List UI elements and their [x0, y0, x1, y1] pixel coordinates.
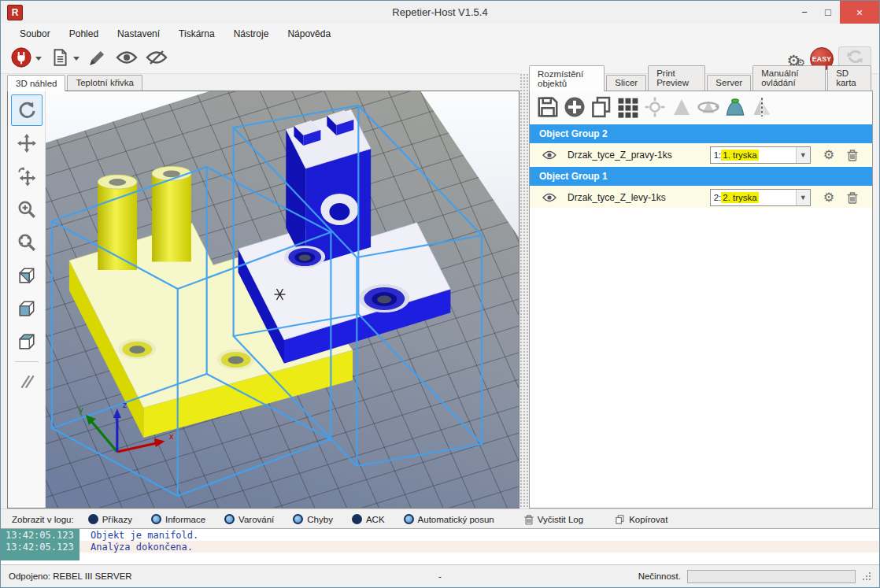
show-filament-button[interactable]	[114, 48, 139, 69]
rotate-view-button[interactable]	[11, 94, 43, 126]
clear-log-button[interactable]: Vyčistit Log	[524, 514, 583, 525]
toggle-dot-icon[interactable]	[224, 514, 235, 524]
app-window: R Repetier-Host V1.5.4 − □ × Soubor Pohl…	[0, 0, 880, 588]
zoom-in-button[interactable]	[11, 194, 43, 225]
maximize-button[interactable]: □	[816, 1, 840, 24]
menu-pohled[interactable]: Pohled	[60, 25, 108, 43]
left-pane: 3D náhled Teplotní křivka	[7, 73, 519, 508]
tab-3d-preview[interactable]: 3D náhled	[7, 75, 65, 91]
delete-object-trash-icon[interactable]	[847, 191, 858, 204]
toggle-dot-icon[interactable]	[293, 514, 303, 524]
trash-icon	[524, 514, 534, 525]
close-button[interactable]: ×	[840, 1, 879, 24]
menu-nastroje[interactable]: Nástroje	[224, 25, 279, 43]
log-entry-partial	[1, 553, 879, 560]
menu-nastaveni[interactable]: Nastavení	[108, 25, 169, 43]
toggle-dot-icon[interactable]	[151, 514, 161, 524]
object-row[interactable]: Drzak_tyce_Z_levy-1ks 2:2. tryska ▼ ⚙	[530, 187, 872, 208]
extruder-prefix: 2:	[714, 193, 722, 202]
isometric-view-button[interactable]	[11, 260, 43, 291]
add-object-button[interactable]	[561, 94, 588, 120]
save-object-button[interactable]	[534, 94, 561, 120]
copy-log-button[interactable]: Kopírovat	[615, 514, 667, 525]
plug-icon	[10, 46, 32, 71]
filter-autoscroll[interactable]: Automatický posun	[404, 514, 494, 524]
lay-flat-button[interactable]	[722, 94, 749, 120]
tab-temperature-curve[interactable]: Teplotní křivka	[67, 75, 142, 91]
main-toolbar: ⚙⚙ EASY	[1, 44, 879, 74]
rotate-object-button[interactable]	[695, 94, 722, 120]
extruder-select[interactable]: 2:2. tryska ▼	[710, 189, 811, 206]
connect-button[interactable]	[9, 45, 43, 72]
main-content: 3D náhled Teplotní křivka	[1, 73, 879, 508]
load-button[interactable]	[48, 46, 81, 72]
hide-travel-button[interactable]	[144, 48, 169, 69]
pencil-icon	[87, 47, 108, 70]
filter-ack[interactable]: ACK	[352, 514, 385, 524]
object-group-header[interactable]: Object Group 1	[530, 167, 872, 186]
log-entry: 13:42:05.123 Analýza dokončena.	[1, 541, 879, 553]
delete-object-trash-icon[interactable]	[847, 149, 858, 161]
zoom-fit-button[interactable]	[11, 227, 43, 258]
object-name: Drzak_tyce_Z_levy-1ks	[568, 192, 666, 203]
mirror-object-button[interactable]	[749, 94, 775, 120]
resize-grip[interactable]	[862, 571, 871, 581]
chevron-down-icon[interactable]: ▼	[796, 190, 810, 205]
menu-soubor[interactable]: Soubor	[10, 25, 60, 43]
parallel-projection-button[interactable]	[11, 366, 43, 398]
scale-object-button[interactable]	[668, 94, 695, 120]
load-dropdown-caret[interactable]	[73, 57, 79, 61]
copy-icon	[615, 514, 625, 525]
status-bar: - Odpojeno: REBEL III SERVER Nečinnost.	[1, 564, 879, 587]
top-view-button[interactable]	[11, 326, 43, 357]
move-object-button[interactable]	[11, 161, 43, 192]
visibility-eye-icon[interactable]	[542, 193, 556, 202]
object-group-header[interactable]: Object Group 2	[530, 124, 872, 143]
progress-bar	[687, 570, 856, 583]
activity-status: Nečinnost.	[638, 571, 681, 581]
scene-canvas: x y z	[46, 91, 519, 508]
minimize-button[interactable]: −	[793, 1, 816, 24]
chevron-down-icon[interactable]: ▼	[796, 147, 810, 163]
extruder-value: 2. tryska	[721, 192, 758, 203]
viewport-3d[interactable]: x y z	[46, 91, 519, 508]
toggle-dot-icon[interactable]	[352, 514, 362, 524]
toggle-dot-icon[interactable]	[404, 514, 414, 524]
autoposition-button[interactable]	[615, 94, 642, 120]
center-object-button[interactable]	[642, 94, 668, 120]
pan-view-button[interactable]	[11, 128, 43, 159]
tab-manual-control[interactable]: Manuální ovládání	[752, 65, 826, 91]
edit-object-button[interactable]	[86, 46, 109, 72]
menu-tiskarna[interactable]: Tiskárna	[169, 25, 224, 43]
object-row[interactable]: Drzak_tyce_Z_pravy-1ks 1:1. tryska ▼ ⚙	[530, 144, 872, 165]
connect-dropdown-caret[interactable]	[35, 57, 42, 61]
filter-warnings[interactable]: Varování	[224, 514, 274, 524]
object-settings-gear-icon[interactable]: ⚙	[823, 149, 834, 161]
tab-server[interactable]: Server	[707, 75, 751, 91]
copy-object-button[interactable]	[588, 94, 615, 120]
log-filter-bar: Zobrazit v logu: Příkazy Informace Varov…	[1, 508, 879, 529]
menu-napoveda[interactable]: Nápověda	[278, 25, 340, 43]
tab-sd-card[interactable]: SD karta	[827, 65, 871, 91]
svg-text:x: x	[169, 432, 174, 441]
tool-separator	[15, 361, 39, 362]
document-icon	[50, 47, 70, 70]
log-output[interactable]: 13:42:05.123 Objekt je manifold. 13:42:0…	[1, 528, 879, 565]
extruder-prefix: 1:	[714, 150, 722, 160]
tab-print-preview[interactable]: Print Preview	[648, 65, 705, 91]
object-settings-gear-icon[interactable]: ⚙	[823, 191, 834, 204]
extruder-select[interactable]: 1:1. tryska ▼	[710, 146, 811, 164]
filter-commands[interactable]: Příkazy	[88, 514, 132, 524]
visibility-eye-icon[interactable]	[542, 150, 556, 160]
toggle-dot-icon[interactable]	[88, 514, 98, 524]
tab-slicer[interactable]: Slicer	[606, 75, 646, 91]
tab-object-placement[interactable]: Rozmístění objektů	[529, 65, 605, 91]
log-timestamp: 13:42:05.123	[1, 541, 79, 553]
panel-splitter[interactable]	[519, 73, 529, 508]
menu-bar: Soubor Pohled Nastavení Tiskárna Nástroj…	[1, 24, 879, 44]
filter-errors[interactable]: Chyby	[293, 514, 333, 524]
log-timestamp: 13:42:05.123	[1, 529, 79, 541]
view-tool-column	[8, 91, 46, 508]
filter-info[interactable]: Informace	[151, 514, 205, 524]
front-view-button[interactable]	[11, 293, 43, 324]
